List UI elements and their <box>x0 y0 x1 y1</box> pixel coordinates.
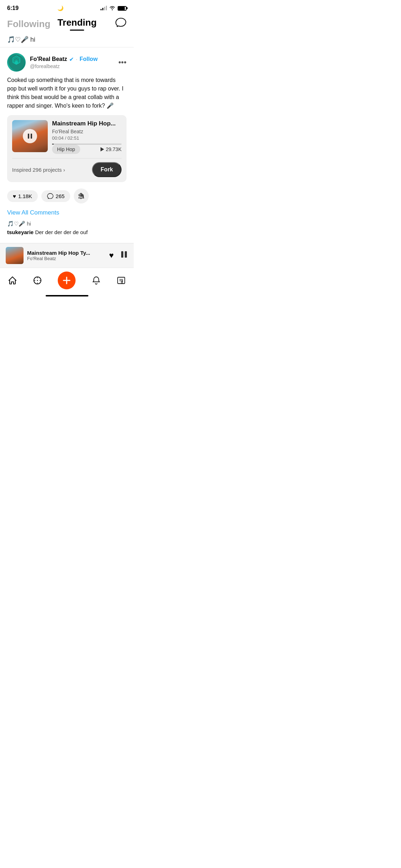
svg-marker-11 <box>101 147 104 151</box>
post-body: Cooked up something that is more towards… <box>7 76 127 110</box>
np-heart-button[interactable]: ♥ <box>109 251 114 260</box>
signal-icon <box>101 6 107 10</box>
nav-library[interactable] <box>117 276 126 285</box>
like-button[interactable]: ♥ 1.18K <box>7 190 38 202</box>
comment-button[interactable]: 265 <box>41 190 70 202</box>
tab-bar: Following Trending <box>0 14 134 31</box>
svg-rect-12 <box>121 251 123 258</box>
svg-point-15 <box>37 280 38 281</box>
play-pause-button[interactable] <box>23 129 37 143</box>
emoji-bar: 🎵♡🎤 hi <box>0 31 134 47</box>
view-all-comments[interactable]: View All Comments <box>0 208 134 219</box>
np-artist: Fo'Real Beatz <box>27 256 106 261</box>
svg-rect-13 <box>125 251 127 258</box>
comment-emoji: 🎵♡🎤 hi <box>7 221 31 227</box>
music-artist: Fo'Real Beatz <box>52 129 122 134</box>
heart-icon: ♥ <box>13 193 16 199</box>
inspired-text[interactable]: Inspired 296 projects › <box>12 167 65 173</box>
post-header: Fo'Real Beatz ✔ · Follow @forealbeatz ••… <box>7 53 127 72</box>
svg-rect-10 <box>31 134 32 139</box>
moon-icon: 🌙 <box>57 5 63 11</box>
chat-button[interactable] <box>115 17 127 31</box>
follow-button[interactable]: Follow <box>79 56 98 62</box>
post-info: Fo'Real Beatz ✔ · Follow @forealbeatz <box>30 56 115 69</box>
music-thumbnail[interactable] <box>12 120 48 152</box>
tab-trending[interactable]: Trending <box>57 17 97 31</box>
now-playing-bar[interactable]: Mainstream Hip Hop Ty... Fo'Real Beatz ♥ <box>0 243 134 268</box>
play-count: 29.73K <box>99 146 122 152</box>
tab-following[interactable]: Following <box>7 19 50 30</box>
music-title[interactable]: Mainstream Hip Hop... <box>52 120 122 127</box>
music-card-bottom: Inspired 296 projects › Fork <box>12 162 122 177</box>
music-tags-row: Hip Hop 29.73K <box>52 145 122 154</box>
comment-item-2: tsukeyarie Der der der der de ouf <box>7 229 127 235</box>
more-options-button[interactable]: ••• <box>115 58 127 67</box>
share-button[interactable] <box>74 188 89 203</box>
comment-section: 🎵♡🎤 hi tsukeyarie Der der der der de ouf <box>0 219 134 240</box>
music-time: 00:04 / 02:51 <box>52 135 122 141</box>
music-info: Mainstream Hip Hop... Fo'Real Beatz 00:0… <box>52 120 122 154</box>
comment-count: 265 <box>56 193 65 199</box>
svg-rect-9 <box>28 134 29 139</box>
verified-icon: ✔ <box>69 56 74 63</box>
home-indicator <box>0 292 134 298</box>
music-card: Mainstream Hip Hop... Fo'Real Beatz 00:0… <box>7 115 127 182</box>
nav-home[interactable] <box>8 276 17 285</box>
comment-username[interactable]: tsukeyarie <box>7 229 34 235</box>
nav-notifications[interactable] <box>92 276 101 285</box>
post-name-row: Fo'Real Beatz ✔ · Follow <box>30 56 115 63</box>
like-count: 1.18K <box>18 193 32 199</box>
nav-discover[interactable] <box>33 276 42 285</box>
post-handle: @forealbeatz <box>30 63 115 69</box>
wifi-icon <box>109 5 115 11</box>
bottom-nav <box>0 268 134 292</box>
emoji-bar-text: 🎵♡🎤 hi <box>7 36 35 43</box>
np-info: Mainstream Hip Hop Ty... Fo'Real Beatz <box>27 250 106 261</box>
fork-button[interactable]: Fork <box>92 162 122 177</box>
status-time: 6:19 <box>7 5 19 11</box>
status-bar: 6:19 🌙 <box>0 0 134 14</box>
post-container: Fo'Real Beatz ✔ · Follow @forealbeatz ••… <box>0 47 134 208</box>
np-title: Mainstream Hip Hop Ty... <box>27 250 106 256</box>
post-actions: ♥ 1.18K 265 <box>7 187 127 208</box>
genre-tag[interactable]: Hip Hop <box>52 145 80 154</box>
comment-text: Der der der der de ouf <box>35 229 88 235</box>
avatar[interactable] <box>7 53 26 72</box>
status-icons <box>101 5 127 11</box>
nav-add-button[interactable] <box>58 272 76 289</box>
comment-item: 🎵♡🎤 hi <box>7 221 127 227</box>
np-pause-button[interactable] <box>120 250 128 260</box>
battery-icon <box>118 6 127 11</box>
post-username[interactable]: Fo'Real Beatz <box>30 56 67 62</box>
svg-point-25 <box>121 281 123 283</box>
np-thumbnail <box>6 247 24 264</box>
